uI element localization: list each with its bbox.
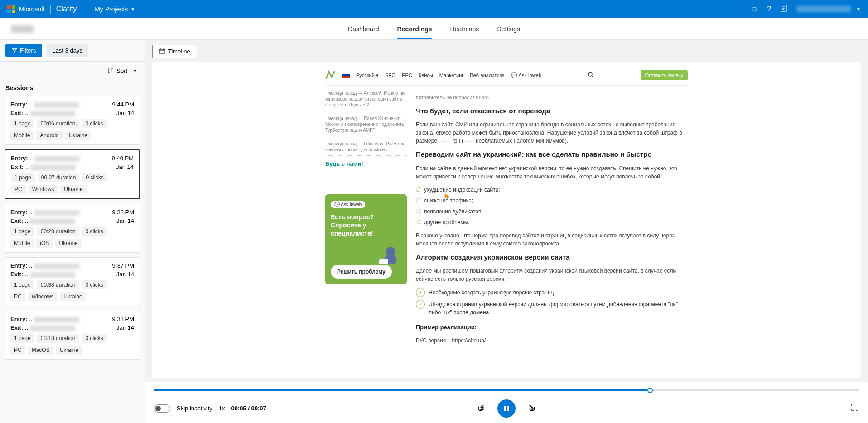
chip-clicks: 0 clicks bbox=[82, 119, 106, 128]
projects-dropdown[interactable]: My Projects ▼ bbox=[95, 5, 135, 13]
replay-h2: Переводим сайт на украинский: как все сд… bbox=[416, 149, 688, 160]
chip-tag: Ukraine bbox=[55, 239, 81, 248]
nav-seo: SEO bbox=[385, 72, 395, 78]
progress-handle[interactable] bbox=[647, 388, 653, 393]
replay-viewport: Русский ▾ SEO PPC Кейсы Маркетинг Веб-ан… bbox=[152, 62, 861, 378]
replay-h1: Что будет, если отказаться от перевода bbox=[416, 106, 688, 116]
promo-illustration-icon bbox=[377, 243, 404, 266]
chip-duration: 00:28 duration bbox=[37, 227, 79, 236]
replay-li: снижение трафика; bbox=[416, 195, 688, 206]
cta-button: Оставить заявку bbox=[641, 70, 688, 80]
fullscreen-button[interactable] bbox=[851, 403, 859, 413]
replay-h3: Алгоритм создания украинской версии сайт… bbox=[416, 252, 688, 263]
chevron-down-icon: ▼ bbox=[130, 7, 135, 12]
side-item: · месяца назад — Павел Кононенко: Можно … bbox=[325, 115, 407, 136]
session-card[interactable]: Entry: ..9:33 PM Exit: ..Jan 14 1 page 0… bbox=[5, 311, 140, 360]
chip-pages: 1 page bbox=[10, 280, 34, 289]
svg-rect-14 bbox=[342, 76, 350, 78]
session-card[interactable]: Entry: ..9:44 PM Exit: ..Jan 14 1 page 0… bbox=[5, 96, 140, 145]
chip-pages: 1 page bbox=[10, 119, 34, 128]
microsoft-logo-icon bbox=[7, 5, 15, 13]
brand-text[interactable]: Clarity bbox=[56, 5, 77, 13]
time-label: 00:05 / 00:07 bbox=[231, 405, 266, 412]
svg-rect-19 bbox=[379, 259, 388, 264]
speed-label[interactable]: 1x bbox=[219, 405, 225, 412]
progress-fill bbox=[154, 389, 647, 391]
promo-box: 💬 Ask Inweb Есть вопрос? Спросите у спец… bbox=[325, 194, 407, 284]
progress-bar[interactable] bbox=[154, 389, 859, 391]
forward-30-button[interactable]: ↻30 bbox=[528, 403, 536, 414]
chip-tag: Windows bbox=[29, 185, 58, 194]
sort-label: Sort bbox=[116, 67, 127, 74]
svg-rect-8 bbox=[159, 49, 165, 53]
player-controls: Skip inactivity 1x 00:05 / 00:07 ↺10 ↻30 bbox=[145, 382, 868, 423]
cursor-icon bbox=[444, 193, 451, 199]
replay-text: потребитель не попросит иного. bbox=[416, 94, 688, 101]
replay-p1: Если ваш сайт, СМИ или официальная стран… bbox=[416, 120, 688, 145]
rewind-10-button[interactable]: ↺10 bbox=[477, 403, 485, 414]
timeline-icon bbox=[159, 48, 165, 54]
tab-settings[interactable]: Settings bbox=[497, 19, 520, 39]
session-card[interactable]: Entry: ..9:40 PM Exit: ..Jan 14 1 page 0… bbox=[5, 149, 140, 199]
promo-heading: Есть вопрос? Спросите у специалиста! bbox=[331, 213, 401, 238]
replay-ol: Url-адреса страниц украинской версии дол… bbox=[416, 298, 688, 318]
tab-heatmaps[interactable]: Heatmaps bbox=[450, 19, 479, 39]
chip-tag: PC bbox=[10, 292, 25, 301]
chip-duration: 00:07 duration bbox=[38, 173, 80, 182]
svg-point-17 bbox=[386, 247, 395, 256]
chip-clicks: 0 clicks bbox=[82, 173, 107, 182]
microsoft-text: Microsoft bbox=[19, 5, 45, 13]
project-name bbox=[11, 25, 34, 33]
svg-rect-21 bbox=[507, 406, 509, 411]
chip-tag: Mobile bbox=[10, 239, 34, 248]
filters-label: Filters bbox=[20, 47, 36, 54]
replay-h4: Пример реализации: bbox=[416, 323, 688, 332]
svg-line-16 bbox=[592, 76, 593, 77]
session-card[interactable]: Entry: ..9:38 PM Exit: ..Jan 14 1 page 0… bbox=[5, 204, 140, 253]
chip-duration: 00:38 duration bbox=[37, 280, 79, 289]
pause-button[interactable] bbox=[497, 399, 516, 418]
search-icon bbox=[588, 72, 594, 79]
chip-tag: Ukraine bbox=[60, 292, 86, 301]
chip-clicks: 0 clicks bbox=[82, 227, 106, 236]
session-card[interactable]: Entry: ..9:37 PM Exit: ..Jan 14 1 page 0… bbox=[5, 257, 140, 306]
chip-tag: Android bbox=[36, 131, 62, 140]
tab-dashboard[interactable]: Dashboard bbox=[348, 19, 379, 39]
chip-pages: 1 page bbox=[11, 173, 35, 182]
nav-ppc: PPC bbox=[402, 72, 412, 78]
svg-rect-3 bbox=[12, 10, 15, 13]
divider bbox=[50, 5, 51, 14]
chevron-down-icon: ▼ bbox=[133, 68, 137, 73]
user-menu[interactable]: ▼ bbox=[796, 6, 861, 12]
skip-inactivity-toggle[interactable] bbox=[154, 404, 170, 413]
notes-icon[interactable] bbox=[780, 5, 787, 14]
chip-clicks: 0 clicks bbox=[82, 334, 106, 343]
sort-button[interactable]: Sort ▼ bbox=[0, 62, 145, 80]
chip-duration: 03:18 duration bbox=[37, 334, 79, 343]
topbar: Microsoft Clarity My Projects ▼ ☺ ? ▼ bbox=[0, 0, 868, 18]
replay-p2: Если на сайте в данный момент нет украин… bbox=[416, 164, 688, 181]
replay-li: ухудшение индексации сайта; bbox=[416, 184, 688, 195]
promo-solve-button: Решить проблему bbox=[331, 265, 392, 279]
timeline-button[interactable]: Timeline bbox=[152, 45, 197, 58]
feedback-icon[interactable]: ☺ bbox=[751, 5, 758, 13]
filter-icon bbox=[12, 48, 17, 53]
sessions-title: Sessions bbox=[0, 80, 145, 96]
nav-ask: 💬 Ask Inweb bbox=[511, 72, 541, 78]
tab-recordings[interactable]: Recordings bbox=[397, 19, 432, 39]
chip-clicks: 0 clicks bbox=[82, 280, 106, 289]
chip-tag: Ukraine bbox=[65, 131, 91, 140]
chip-pages: 1 page bbox=[10, 227, 34, 236]
help-icon[interactable]: ? bbox=[767, 5, 771, 13]
chip-tag: iOS bbox=[36, 239, 53, 248]
sort-icon bbox=[107, 67, 114, 74]
topnav: Dashboard Recordings Heatmaps Settings bbox=[0, 18, 868, 40]
chip-tag: Ukraine bbox=[56, 346, 82, 355]
lang-dropdown: Русский ▾ bbox=[356, 72, 379, 78]
fullscreen-icon bbox=[851, 403, 859, 411]
filters-button[interactable]: Filters bbox=[5, 44, 42, 57]
chevron-down-icon: ▼ bbox=[856, 7, 861, 12]
filter-chip-date[interactable]: Last 3 days bbox=[47, 44, 88, 57]
chip-tag: MacOS bbox=[28, 346, 53, 355]
svg-point-15 bbox=[588, 72, 592, 76]
